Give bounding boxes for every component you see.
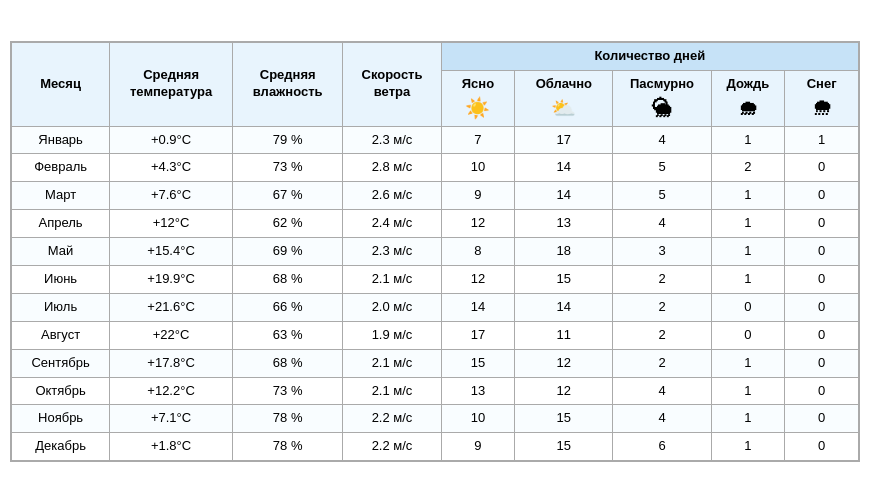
cell-rain: 1 — [711, 377, 785, 405]
cell-humid: 79 % — [232, 126, 342, 154]
cell-snow: 0 — [785, 405, 859, 433]
col-header-cloudy: Облачно ⛅ — [515, 70, 613, 126]
cell-overcast: 2 — [613, 266, 711, 294]
table-row: Декабрь+1.8°C78 %2.2 м/с915610 — [12, 433, 859, 461]
cell-wind: 2.2 м/с — [343, 405, 441, 433]
cell-humid: 73 % — [232, 154, 342, 182]
weather-table-wrapper: Месяц Средняя температура Средняя влажно… — [10, 41, 860, 462]
cell-clear: 17 — [441, 321, 515, 349]
cell-overcast: 4 — [613, 126, 711, 154]
cell-wind: 2.3 м/с — [343, 126, 441, 154]
cell-cloudy: 18 — [515, 238, 613, 266]
cell-wind: 2.4 м/с — [343, 210, 441, 238]
cell-snow: 0 — [785, 182, 859, 210]
col-header-avg-humid: Средняя влажность — [232, 42, 342, 126]
cell-wind: 2.1 м/с — [343, 349, 441, 377]
cell-wind: 2.8 м/с — [343, 154, 441, 182]
cell-humid: 69 % — [232, 238, 342, 266]
cell-clear: 12 — [441, 266, 515, 294]
cloudy-icon: ⛅ — [519, 95, 608, 121]
cell-overcast: 4 — [613, 377, 711, 405]
cell-temp: +4.3°C — [110, 154, 233, 182]
cell-snow: 0 — [785, 238, 859, 266]
cell-month: Март — [12, 182, 110, 210]
table-row: Август+22°C63 %1.9 м/с1711200 — [12, 321, 859, 349]
cell-clear: 10 — [441, 405, 515, 433]
col-header-clear: Ясно ☀️ — [441, 70, 515, 126]
col-header-rain: Дождь 🌧 — [711, 70, 785, 126]
cell-month: Апрель — [12, 210, 110, 238]
cell-clear: 8 — [441, 238, 515, 266]
cell-humid: 78 % — [232, 433, 342, 461]
cell-overcast: 2 — [613, 321, 711, 349]
cell-month: Август — [12, 321, 110, 349]
cell-rain: 1 — [711, 126, 785, 154]
cell-rain: 1 — [711, 349, 785, 377]
cell-wind: 1.9 м/с — [343, 321, 441, 349]
rain-icon: 🌧 — [716, 95, 781, 121]
cell-clear: 10 — [441, 154, 515, 182]
col-header-wind: Скорость ветра — [343, 42, 441, 126]
cell-clear: 13 — [441, 377, 515, 405]
cell-humid: 68 % — [232, 266, 342, 294]
cell-overcast: 2 — [613, 349, 711, 377]
cell-overcast: 6 — [613, 433, 711, 461]
table-row: Январь+0.9°C79 %2.3 м/с717411 — [12, 126, 859, 154]
cell-cloudy: 15 — [515, 266, 613, 294]
cell-snow: 0 — [785, 293, 859, 321]
cell-cloudy: 14 — [515, 293, 613, 321]
cell-month: Июнь — [12, 266, 110, 294]
cell-clear: 9 — [441, 433, 515, 461]
table-row: Февраль+4.3°C73 %2.8 м/с1014520 — [12, 154, 859, 182]
cell-humid: 73 % — [232, 377, 342, 405]
cell-snow: 0 — [785, 154, 859, 182]
table-row: Апрель+12°C62 %2.4 м/с1213410 — [12, 210, 859, 238]
cell-clear: 12 — [441, 210, 515, 238]
cell-cloudy: 15 — [515, 433, 613, 461]
cell-month: Октябрь — [12, 377, 110, 405]
cell-overcast: 2 — [613, 293, 711, 321]
col-header-overcast: Пасмурно 🌦 — [613, 70, 711, 126]
cell-wind: 2.0 м/с — [343, 293, 441, 321]
cell-cloudy: 13 — [515, 210, 613, 238]
cell-overcast: 5 — [613, 154, 711, 182]
cell-humid: 62 % — [232, 210, 342, 238]
cell-cloudy: 12 — [515, 349, 613, 377]
cell-snow: 0 — [785, 266, 859, 294]
cell-month: Декабрь — [12, 433, 110, 461]
cell-temp: +17.8°C — [110, 349, 233, 377]
cell-humid: 67 % — [232, 182, 342, 210]
cell-cloudy: 11 — [515, 321, 613, 349]
cell-clear: 9 — [441, 182, 515, 210]
cell-month: Ноябрь — [12, 405, 110, 433]
cell-clear: 7 — [441, 126, 515, 154]
overcast-icon: 🌦 — [617, 95, 706, 121]
cell-cloudy: 14 — [515, 154, 613, 182]
table-row: Октябрь+12.2°C73 %2.1 м/с1312410 — [12, 377, 859, 405]
cell-rain: 1 — [711, 433, 785, 461]
col-header-snow: Снег 🌨 — [785, 70, 859, 126]
cell-cloudy: 15 — [515, 405, 613, 433]
table-row: Ноябрь+7.1°C78 %2.2 м/с1015410 — [12, 405, 859, 433]
snow-icon: 🌨 — [789, 95, 854, 121]
cell-cloudy: 12 — [515, 377, 613, 405]
cell-month: Июль — [12, 293, 110, 321]
cell-temp: +7.1°C — [110, 405, 233, 433]
cell-humid: 68 % — [232, 349, 342, 377]
cell-rain: 1 — [711, 266, 785, 294]
cell-rain: 1 — [711, 238, 785, 266]
cell-rain: 1 — [711, 182, 785, 210]
cell-temp: +22°C — [110, 321, 233, 349]
cell-temp: +12.2°C — [110, 377, 233, 405]
table-row: Июнь+19.9°C68 %2.1 м/с1215210 — [12, 266, 859, 294]
cell-month: Май — [12, 238, 110, 266]
cell-snow: 0 — [785, 377, 859, 405]
cell-snow: 0 — [785, 349, 859, 377]
cell-wind: 2.2 м/с — [343, 433, 441, 461]
cell-clear: 14 — [441, 293, 515, 321]
cell-wind: 2.1 м/с — [343, 377, 441, 405]
cell-month: Февраль — [12, 154, 110, 182]
cell-month: Сентябрь — [12, 349, 110, 377]
cell-humid: 78 % — [232, 405, 342, 433]
cell-temp: +1.8°C — [110, 433, 233, 461]
